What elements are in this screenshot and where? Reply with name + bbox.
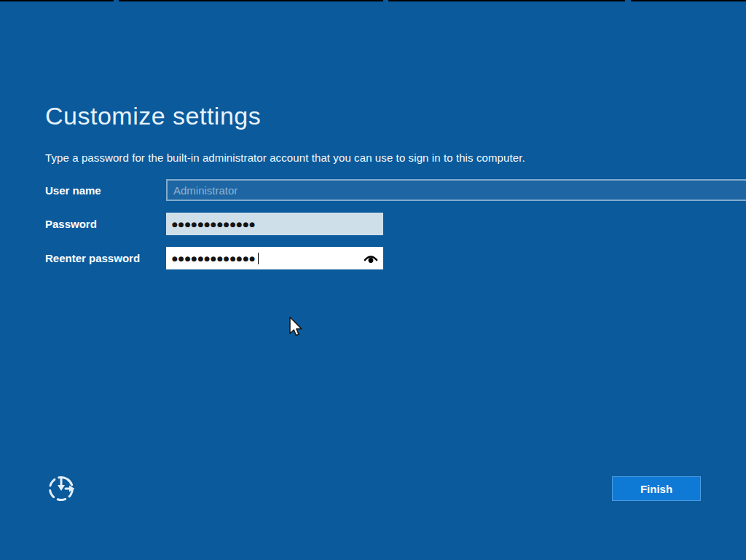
top-artifact-line — [388, 0, 625, 1]
ease-of-access-icon — [45, 471, 80, 505]
username-row: User name — [0, 179, 746, 201]
reenter-password-masked-value: ●●●●●●●●●●●●● — [172, 255, 256, 262]
password-label: Password — [45, 213, 97, 235]
top-artifact-line — [631, 0, 746, 1]
password-masked-value: ●●●●●●●●●●●●● — [172, 221, 256, 228]
top-artifact-line — [119, 0, 383, 1]
text-caret — [258, 253, 259, 264]
ease-of-access-button[interactable] — [45, 470, 80, 505]
password-reveal-button[interactable] — [363, 253, 379, 264]
page-subtitle: Type a password for the built-in adminis… — [45, 151, 525, 164]
page-title: Customize settings — [45, 102, 261, 130]
reenter-password-label: Reenter password — [45, 247, 140, 269]
password-input[interactable]: ●●●●●●●●●●●●● — [166, 213, 383, 235]
reenter-password-row: Reenter password ●●●●●●●●●●●●● — [0, 247, 746, 269]
top-artifact-line — [0, 0, 114, 1]
username-input[interactable] — [166, 179, 746, 201]
eye-icon — [363, 253, 379, 264]
reenter-password-input[interactable]: ●●●●●●●●●●●●● — [166, 247, 383, 269]
mouse-cursor-arrow-icon — [288, 316, 306, 341]
finish-button[interactable]: Finish — [612, 476, 701, 501]
password-row: Password ●●●●●●●●●●●●● — [0, 213, 746, 235]
username-label: User name — [45, 179, 101, 201]
